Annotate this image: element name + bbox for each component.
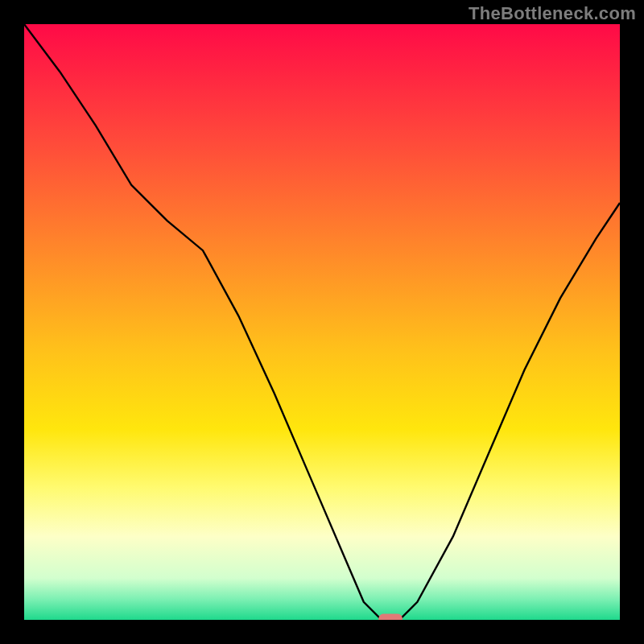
chart-svg xyxy=(24,24,620,620)
plot-area xyxy=(24,24,620,620)
watermark-text: TheBottleneck.com xyxy=(469,3,636,24)
chart-root: TheBottleneck.com xyxy=(0,0,644,644)
optimal-point-marker xyxy=(378,614,402,620)
gradient-background xyxy=(24,24,620,620)
